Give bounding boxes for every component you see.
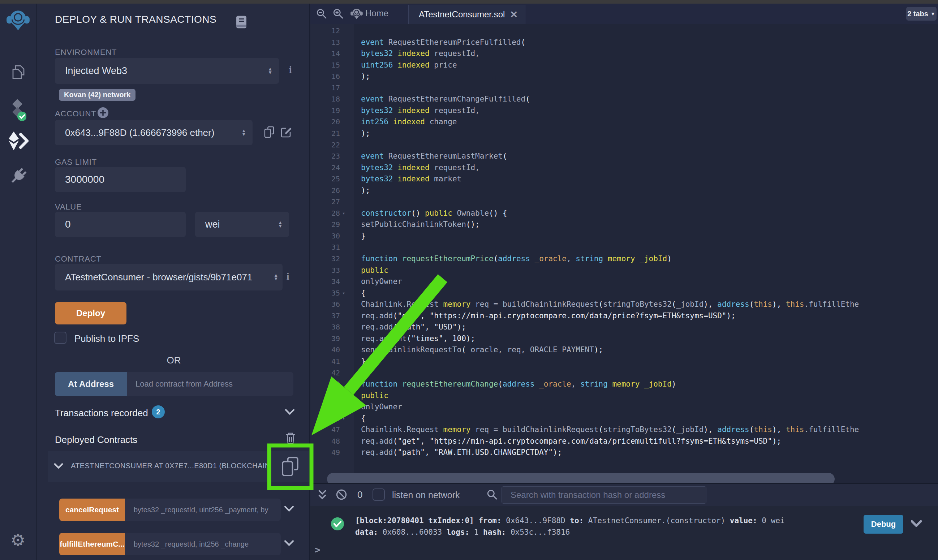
double-chevron-down-icon[interactable] (318, 489, 327, 502)
deploy-run-button[interactable] (8, 130, 29, 153)
deploy-button[interactable]: Deploy (55, 302, 126, 325)
deployed-contracts-label: Deployed Contracts (55, 434, 137, 445)
search-icon (487, 489, 498, 502)
page-title: DEPLOY & RUN TRANSACTIONS (55, 14, 217, 25)
chevron-down-icon: ▼ (930, 11, 935, 17)
fulfill-ethereum-change-button[interactable]: fulfillEthereumC... (59, 533, 125, 555)
environment-value: Injected Web3 (55, 65, 268, 77)
or-separator: OR (37, 355, 310, 366)
copy-account-icon[interactable] (264, 126, 274, 140)
cancel-request-button[interactable]: cancelRequest (59, 498, 125, 521)
window-top-strip (0, 0, 938, 4)
solidity-compiler-icon (10, 98, 26, 122)
transactions-recorded-label: Transactions recorded (55, 408, 148, 419)
code-editor: Home ATestnetConsumer.sol ✕ 2 tabs ▼ 121… (311, 4, 938, 483)
tab-atestnetconsumer[interactable]: ATestnetConsumer.sol ✕ (408, 5, 525, 24)
cancel-request-chevron-down-icon[interactable] (284, 506, 294, 513)
chevron-updown-icon: ▲▼ (278, 221, 283, 228)
transaction-log-line-2[interactable]: data: 0x608...60033 logs: 1 hash: 0x53c.… (355, 528, 570, 537)
documentation-icon[interactable] (236, 15, 247, 30)
transactions-chevron-down-icon[interactable] (285, 409, 294, 416)
deploy-run-icon (8, 130, 29, 152)
deployed-contract-title: ATESTNETCONSUMER AT 0X7E7...E80D1 (BLOCK… (71, 462, 280, 470)
listen-network-checkbox[interactable] (372, 488, 385, 501)
environment-info-icon[interactable]: i (289, 64, 292, 75)
contract-select[interactable]: ATestnetConsumer - browser/gists/9b71e07… (55, 264, 283, 291)
contract-expand-chevron-down-icon[interactable] (54, 463, 63, 470)
terminal-toolbar: 0 listen on network (311, 484, 938, 506)
value-input[interactable] (55, 212, 186, 237)
at-address-input[interactable] (127, 372, 294, 396)
chevron-updown-icon: ▲▼ (241, 129, 246, 136)
file-explorer-button[interactable] (10, 64, 26, 83)
transactions-count-badge: 2 (152, 405, 165, 418)
contract-value: ATestnetConsumer - browser/gists/9b71e07… (55, 272, 274, 283)
add-account-icon[interactable] (97, 107, 109, 120)
tabs-count-button[interactable]: 2 tabs ▼ (906, 7, 936, 21)
copy-contract-address-icon[interactable] (281, 456, 299, 479)
trash-icon[interactable] (285, 431, 296, 446)
remix-logo[interactable] (6, 7, 30, 35)
value-unit: wei (195, 219, 278, 230)
ban-icon[interactable] (336, 489, 347, 502)
value-unit-select[interactable]: wei ▲▼ (195, 212, 289, 237)
at-address-button[interactable]: At Address (55, 372, 127, 396)
plugin-manager-button[interactable] (9, 167, 28, 187)
deployed-contract-header[interactable]: ATESTNETCONSUMER AT 0X7E7...E80D1 (BLOCK… (48, 451, 310, 482)
cancel-request-args[interactable] (125, 498, 281, 521)
gas-limit-input[interactable] (55, 167, 186, 192)
zoom-out-icon[interactable] (316, 8, 327, 21)
zoom-in-icon[interactable] (333, 8, 344, 21)
close-icon[interactable]: ✕ (510, 9, 518, 20)
transaction-log-line-1[interactable]: [block:20780401 txIndex:0] from: 0x643..… (355, 516, 785, 525)
deploy-run-panel: DEPLOY & RUN TRANSACTIONS ENVIRONMENT In… (37, 4, 310, 560)
chevron-updown-icon: ▲▼ (268, 67, 272, 74)
account-select[interactable]: 0x643...9F88D (1.666673996 ether) ▲▼ (55, 120, 252, 145)
fulfill-chevron-down-icon[interactable] (284, 540, 294, 547)
pending-count: 0 (357, 489, 362, 500)
environment-label: ENVIRONMENT (55, 48, 117, 57)
edit-account-icon[interactable] (281, 126, 292, 140)
log-expand-chevron-down-icon[interactable] (911, 520, 922, 529)
tabs-count-label: 2 tabs (907, 10, 928, 18)
gas-limit-label: GAS LIMIT (55, 157, 97, 167)
home-tab-remix-icon[interactable] (350, 7, 363, 22)
solidity-compiler-button[interactable] (10, 98, 26, 123)
terminal-prompt[interactable]: > (315, 545, 320, 555)
settings-gear-icon[interactable]: ⚙ (11, 532, 25, 548)
plugin-manager-icon (9, 167, 28, 186)
terminal-panel: 0 listen on network [block:20780401 txIn… (311, 483, 938, 560)
file-explorer-icon (10, 64, 26, 82)
debug-button[interactable]: Debug (864, 515, 903, 534)
contract-label: CONTRACT (55, 254, 101, 264)
remix-ide-window: ⚙ DEPLOY & RUN TRANSACTIONS ENVIRONMENT … (0, 0, 938, 560)
account-value: 0x643...9F88D (1.666673996 ether) (55, 127, 241, 138)
code-area[interactable]: 1213event RequestEthereumPriceFulfilled(… (311, 24, 938, 483)
publish-ipfs-label: Publish to IPFS (74, 333, 139, 344)
network-badge: Kovan (42) network (59, 89, 135, 101)
editor-tab-bar: Home ATestnetConsumer.sol ✕ 2 tabs ▼ (311, 4, 938, 24)
icon-rail: ⚙ (0, 4, 37, 560)
tab-filename: ATestnetConsumer.sol (409, 9, 505, 20)
contract-info-icon[interactable]: i (286, 271, 289, 282)
fulfill-ethereum-change-args[interactable] (125, 533, 281, 555)
tab-home[interactable]: Home (365, 8, 388, 18)
check-circle-icon (331, 517, 344, 532)
publish-ipfs-checkbox[interactable] (54, 332, 66, 344)
environment-select[interactable]: Injected Web3 ▲▼ (55, 58, 279, 84)
chevron-updown-icon: ▲▼ (274, 274, 278, 281)
horizontal-scrollbar[interactable] (327, 473, 835, 483)
terminal-search-input[interactable] (501, 486, 706, 504)
remix-logo-icon (6, 7, 30, 33)
listen-network-label: listen on network (392, 490, 460, 500)
value-label: VALUE (55, 202, 82, 212)
account-label: ACCOUNT (55, 109, 96, 118)
